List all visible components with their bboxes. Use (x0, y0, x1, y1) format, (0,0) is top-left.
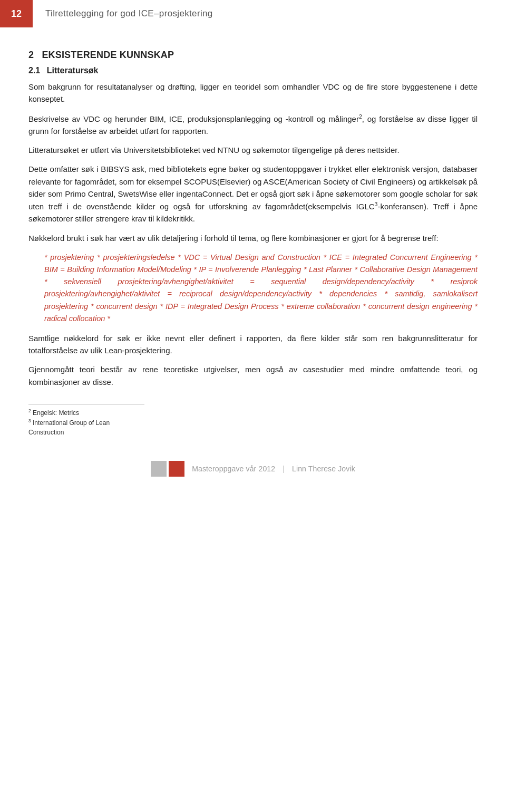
page-header: 12 Tilrettelegging for god ICE–prosjekte… (0, 0, 506, 27)
paragraph-6: Samtlige nøkkelord for søk er ikke nevnt… (28, 332, 478, 357)
footnote-3-num: 3 (28, 418, 31, 423)
chapter-heading: 2 Eksisterende kunnskap (28, 50, 478, 61)
page-number: 12 (0, 0, 33, 27)
footer-author: Linn Therese Jovik (292, 465, 355, 473)
paragraph-2: Beskrivelse av VDC og herunder BIM, ICE,… (28, 112, 478, 138)
main-content: 2 Eksisterende kunnskap 2.1 Litteratursø… (0, 27, 506, 448)
paragraph-1: Som bakgrunn for resultatanalyser og drø… (28, 81, 478, 105)
page-footer: Masteroppgave vår 2012 | Linn Therese Jo… (0, 457, 506, 480)
keyword-block: * prosjektering * prosjekteringsledelse … (44, 252, 478, 325)
paragraph-3: Litteratursøket er utført via Universite… (28, 144, 478, 156)
footnote-2-text: Engelsk: Metrics (33, 409, 79, 417)
header-title: Tilrettelegging for god ICE–prosjekterin… (33, 8, 213, 19)
section-heading: 2.1 Litteratursøk (28, 66, 478, 75)
footer-masteroppgave: Masteroppgave vår 2012 (192, 465, 275, 473)
footer-separator: | (283, 465, 285, 473)
footnote-3-text: International Group of Lean Construction (28, 419, 110, 436)
paragraph-5: Nøkkelord brukt i søk har vært av ulik d… (28, 232, 478, 244)
section-number: 2.1 (28, 66, 40, 75)
footnote-area: 2 Engelsk: Metrics 3 International Group… (28, 404, 144, 437)
paragraph-7: Gjennomgått teori består av rene teoreti… (28, 363, 478, 388)
chapter-number: 2 (28, 50, 34, 60)
footer-text: Masteroppgave vår 2012 | Linn Therese Jo… (192, 465, 355, 473)
footnote-2-num: 2 (28, 408, 31, 413)
footer-block-gray (151, 461, 167, 477)
section-title: Litteratursøk (47, 66, 99, 75)
para2-start: Beskrivelse av VDC og herunder BIM, ICE,… (28, 114, 359, 123)
paragraph-4: Dette omfatter søk i BIBSYS ask, med bib… (28, 163, 478, 225)
chapter-title: Eksisterende kunnskap (42, 50, 174, 60)
footnote-3: 3 International Group of Lean Constructi… (28, 418, 144, 437)
footnote-2: 2 Engelsk: Metrics (28, 408, 144, 418)
footer-block-red (169, 461, 184, 477)
